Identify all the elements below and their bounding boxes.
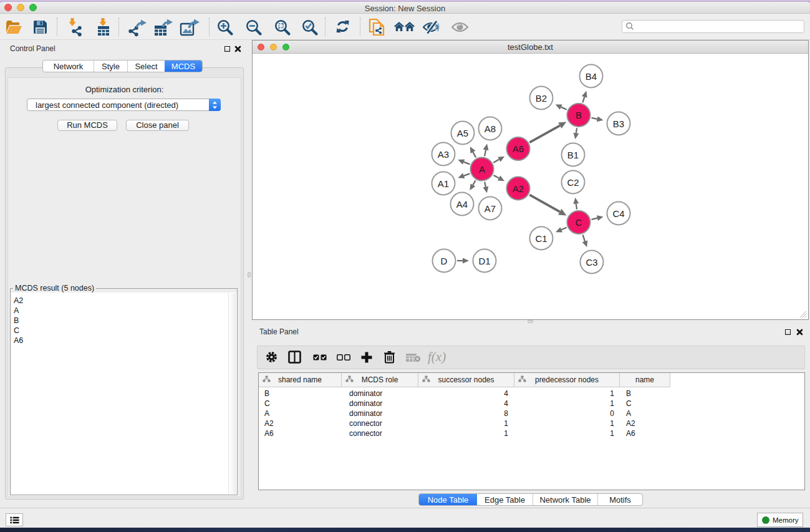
svg-text:A3: A3 bbox=[438, 149, 449, 160]
svg-text:A5: A5 bbox=[457, 128, 468, 138]
svg-text:A6: A6 bbox=[513, 143, 524, 154]
svg-text:C: C bbox=[576, 217, 582, 228]
svg-text:A8: A8 bbox=[485, 123, 496, 134]
svg-text:B1: B1 bbox=[567, 150, 579, 160]
svg-text:A1: A1 bbox=[438, 178, 449, 189]
svg-text:A7: A7 bbox=[485, 203, 496, 214]
svg-text:A4: A4 bbox=[456, 199, 468, 210]
svg-text:A: A bbox=[479, 164, 485, 175]
svg-text:D1: D1 bbox=[478, 256, 490, 266]
svg-text:C3: C3 bbox=[586, 257, 597, 268]
svg-text:C2: C2 bbox=[567, 177, 579, 188]
svg-text:C1: C1 bbox=[535, 233, 547, 244]
svg-text:C4: C4 bbox=[612, 208, 624, 219]
svg-text:B4: B4 bbox=[586, 71, 597, 82]
svg-text:B3: B3 bbox=[613, 118, 624, 129]
svg-text:A2: A2 bbox=[513, 183, 524, 194]
svg-text:B2: B2 bbox=[536, 93, 547, 104]
svg-text:D: D bbox=[441, 256, 448, 266]
svg-text:B: B bbox=[576, 110, 582, 120]
